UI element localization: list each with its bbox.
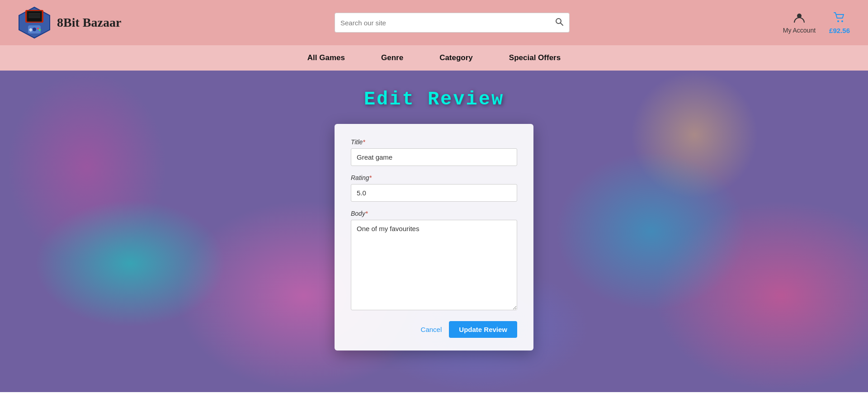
- body-required: *: [365, 210, 368, 217]
- logo-icon: [18, 6, 51, 39]
- title-group: Title*: [351, 138, 517, 166]
- account-label: My Account: [783, 27, 816, 34]
- body-textarea[interactable]: One of my favourites: [351, 220, 517, 310]
- search-button[interactable]: [555, 17, 564, 28]
- edit-review-card: Title* Rating* Body* One of my favourite…: [335, 124, 533, 350]
- rating-group: Rating*: [351, 174, 517, 202]
- cart-area[interactable]: £92.56: [829, 11, 850, 34]
- rating-required: *: [369, 174, 371, 181]
- header-right: My Account £92.56: [783, 11, 850, 34]
- svg-rect-11: [29, 29, 33, 31]
- logo-area[interactable]: 8Bit Bazaar: [18, 6, 121, 39]
- main-nav: All Games Genre Category Special Offers: [0, 45, 868, 71]
- form-actions: Cancel Update Review: [351, 321, 517, 338]
- title-input[interactable]: [351, 148, 517, 166]
- nav-category[interactable]: Category: [439, 53, 473, 62]
- body-label: Body*: [351, 210, 517, 217]
- nav-special-offers[interactable]: Special Offers: [509, 53, 561, 62]
- rating-input[interactable]: [351, 184, 517, 202]
- site-header: 8Bit Bazaar My Account: [0, 0, 868, 45]
- nav-all-games[interactable]: All Games: [307, 53, 345, 62]
- page-title: Edit Review: [364, 89, 504, 110]
- title-label: Title*: [351, 138, 517, 146]
- svg-point-12: [37, 28, 39, 29]
- svg-point-18: [841, 20, 843, 22]
- cart-icon: [833, 11, 846, 27]
- svg-point-9: [33, 28, 36, 31]
- nav-genre[interactable]: Genre: [381, 53, 403, 62]
- body-group: Body* One of my favourites: [351, 210, 517, 312]
- search-input[interactable]: [340, 19, 555, 27]
- search-bar[interactable]: [335, 13, 570, 33]
- search-icon: [555, 17, 564, 26]
- title-required: *: [363, 138, 365, 146]
- svg-point-17: [837, 20, 839, 22]
- account-icon: [793, 12, 805, 27]
- hero-section: Edit Review Title* Rating* Body*: [0, 71, 868, 392]
- cart-amount: £92.56: [829, 27, 850, 34]
- svg-point-13: [39, 29, 41, 31]
- cancel-button[interactable]: Cancel: [421, 326, 442, 333]
- logo-text: 8Bit Bazaar: [57, 15, 121, 30]
- svg-line-15: [561, 23, 563, 25]
- rating-label: Rating*: [351, 174, 517, 181]
- update-review-button[interactable]: Update Review: [449, 321, 517, 338]
- my-account[interactable]: My Account: [783, 12, 816, 34]
- hero-content: Edit Review Title* Rating* Body*: [0, 89, 868, 350]
